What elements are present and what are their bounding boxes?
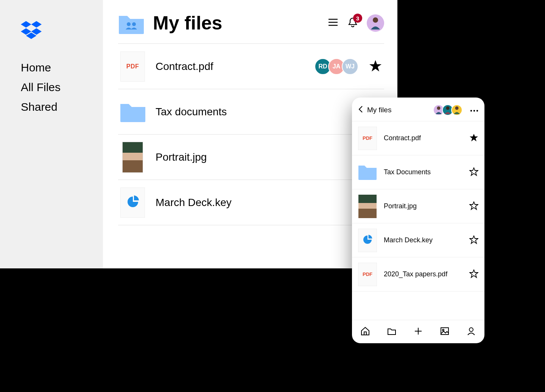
file-row[interactable]: Portrait.jpg — [118, 135, 384, 180]
keynote-icon — [120, 187, 145, 218]
svg-marker-21 — [470, 236, 478, 243]
svg-point-10 — [373, 17, 378, 23]
folder-icon — [358, 161, 377, 184]
file-row[interactable]: Tax Documents — [352, 155, 484, 189]
star-icon[interactable] — [469, 201, 478, 212]
notifications-button[interactable]: 3 — [347, 17, 358, 29]
image-thumbnail — [358, 195, 377, 218]
svg-rect-25 — [441, 328, 448, 335]
image-thumbnail — [120, 142, 145, 172]
svg-point-15 — [470, 110, 472, 112]
back-icon[interactable] — [358, 105, 363, 115]
tab-image-icon[interactable] — [440, 326, 450, 338]
svg-point-26 — [442, 329, 444, 331]
star-icon[interactable] — [469, 269, 478, 280]
file-row[interactable]: Tax documents — [118, 89, 384, 135]
tab-home-icon[interactable] — [360, 326, 370, 338]
svg-marker-19 — [470, 168, 478, 175]
svg-point-14 — [455, 107, 459, 110]
file-row[interactable]: PDF Contract.pdf RD JA WJ — [118, 44, 384, 89]
tab-add-icon[interactable] — [413, 326, 423, 338]
svg-point-6 — [132, 22, 136, 26]
file-name: Contract.pdf — [384, 134, 462, 142]
svg-marker-0 — [21, 21, 31, 28]
svg-point-16 — [473, 110, 475, 112]
share-avatars[interactable]: RD JA WJ — [315, 58, 358, 75]
file-row[interactable]: March Deck.key — [118, 180, 384, 225]
svg-marker-20 — [470, 202, 478, 209]
sidebar-item-all-files[interactable]: All Files — [21, 81, 103, 94]
file-name: Contract.pdf — [156, 60, 304, 73]
file-row[interactable]: March Deck.key — [352, 223, 484, 257]
keynote-icon — [358, 229, 377, 252]
file-row[interactable]: PDF 2020_Tax papers.pdf — [352, 257, 484, 291]
file-row[interactable]: PDF Contract.pdf — [352, 121, 484, 155]
pdf-icon: PDF — [120, 51, 145, 82]
mobile-tabbar — [352, 320, 484, 343]
file-name: Portrait.jpg — [384, 202, 462, 210]
mobile-title: My files — [367, 106, 429, 114]
sidebar-item-home[interactable]: Home — [21, 61, 103, 74]
file-name: Tax Documents — [384, 168, 462, 176]
sidebar: Home All Files Shared — [0, 0, 103, 268]
svg-point-12 — [437, 107, 441, 110]
star-icon[interactable] — [469, 235, 478, 246]
pdf-icon: PDF — [358, 263, 377, 286]
file-name: March Deck.key — [156, 197, 382, 209]
file-list: PDF Contract.pdf RD JA WJ Tax documents — [118, 43, 384, 225]
folder-icon — [120, 97, 145, 127]
star-icon[interactable] — [469, 133, 478, 144]
svg-marker-18 — [470, 134, 478, 141]
svg-marker-22 — [470, 270, 478, 277]
file-row[interactable]: Portrait.jpg — [352, 189, 484, 223]
pdf-icon: PDF — [358, 127, 377, 150]
star-icon[interactable] — [469, 167, 478, 178]
svg-marker-11 — [369, 60, 382, 71]
file-name: Portrait.jpg — [156, 151, 382, 163]
mobile-window: My files PDF Contract.pdf Tax Documents … — [352, 98, 484, 343]
notification-badge: 3 — [353, 14, 362, 23]
tab-folder-icon[interactable] — [387, 326, 397, 338]
more-icon[interactable] — [466, 107, 478, 113]
avatar — [451, 104, 462, 116]
dropbox-logo-icon[interactable] — [21, 21, 103, 40]
tab-profile-icon[interactable] — [466, 326, 476, 338]
svg-point-5 — [127, 22, 131, 26]
share-chip: WJ — [342, 58, 358, 75]
svg-point-13 — [446, 107, 450, 110]
file-name: Tax documents — [156, 106, 382, 118]
desktop-window: Home All Files Shared My files — [0, 0, 397, 268]
svg-point-17 — [476, 110, 478, 112]
page-title: My files — [153, 12, 319, 34]
svg-marker-1 — [31, 21, 42, 28]
shared-folder-icon — [118, 12, 145, 34]
svg-point-27 — [469, 328, 473, 332]
mobile-share-avatars[interactable] — [433, 104, 462, 116]
user-avatar[interactable] — [367, 14, 384, 32]
star-icon[interactable] — [369, 59, 382, 74]
file-name: March Deck.key — [384, 236, 462, 244]
sidebar-item-shared[interactable]: Shared — [21, 101, 103, 113]
main-header: My files 3 — [118, 12, 384, 34]
mobile-header: My files — [352, 98, 484, 121]
mobile-file-list: PDF Contract.pdf Tax Documents Portrait.… — [352, 121, 484, 320]
file-name: 2020_Tax papers.pdf — [384, 270, 462, 278]
menu-icon[interactable] — [327, 17, 339, 29]
